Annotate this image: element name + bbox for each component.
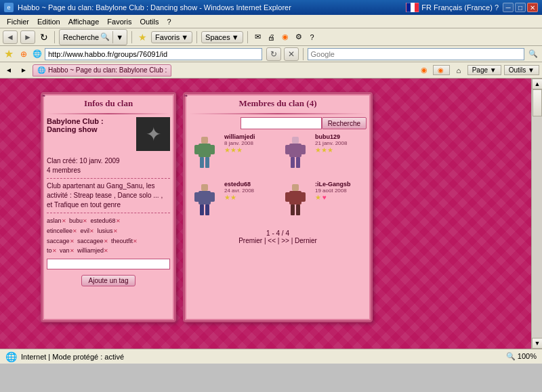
rss-button[interactable]: ◉ (433, 65, 450, 75)
close-button[interactable]: ✕ (527, 3, 538, 12)
tag-saccagee-remove[interactable]: ✕ (104, 238, 108, 244)
tag-bubu-remove[interactable]: ✕ (83, 218, 87, 224)
tags-divider (47, 213, 170, 213)
back-small-btn[interactable]: ◄ (3, 64, 15, 77)
toolbar-sep-4 (196, 31, 197, 43)
scroll-down[interactable]: ▼ (532, 338, 542, 349)
menu-fichier[interactable]: Fichier (3, 16, 33, 27)
page-label: Page (472, 66, 488, 74)
spaces-button[interactable]: Spaces ▼ (201, 31, 243, 43)
svg-rect-7 (289, 144, 301, 157)
member-search-input[interactable] (241, 117, 322, 129)
scrollbar[interactable]: ▲ ▼ (531, 79, 542, 349)
add-tag-button[interactable]: Ajoute un tag (81, 275, 136, 286)
scroll-up[interactable]: ▲ (532, 79, 542, 89)
tag-etincellee-remove[interactable]: ✕ (72, 228, 77, 234)
nav-first[interactable]: Premier (238, 237, 262, 244)
menu-affichage[interactable]: Affichage (64, 16, 104, 27)
forward-button[interactable]: ► (20, 30, 35, 44)
feed-toolbar-icon[interactable]: ◉ (418, 64, 430, 77)
feed-icon[interactable]: ◉ (279, 31, 291, 43)
favoris-button[interactable]: Favoris ▼ (151, 31, 192, 43)
address-input[interactable] (45, 48, 262, 60)
tag-evil: evil✕ (81, 227, 95, 234)
tag-williamjed-remove[interactable]: ✕ (104, 248, 108, 254)
nav-last[interactable]: Dernier (295, 237, 317, 244)
member-date-1: 21 janv. 2008 (315, 140, 347, 146)
tag-estedu68-remove[interactable]: ✕ (116, 218, 121, 224)
question-icon[interactable]: ? (495, 3, 499, 12)
zoom-indicator[interactable]: 🔍 100% (506, 352, 537, 361)
toolbar-sep-2 (112, 31, 113, 43)
page-button[interactable]: Page ▼ (467, 65, 501, 75)
member-info-estedu68: estedu68 24 avr. 2008 ★★ (224, 181, 254, 221)
refresh-addr-button[interactable]: ↻ (266, 47, 281, 61)
outils-label: Outils (509, 66, 526, 74)
menu-favoris[interactable]: Favoris (103, 16, 136, 27)
menu-edition[interactable]: Edition (33, 16, 64, 27)
tag-input-field[interactable] (47, 259, 170, 269)
nav-next[interactable]: >> (281, 237, 289, 244)
tag-evil-remove[interactable]: ✕ (89, 228, 94, 234)
toolbar-sep-1 (54, 31, 55, 43)
nav-prev[interactable]: << (268, 237, 277, 244)
member-avatar-williamjedi (189, 133, 220, 174)
mail-icon[interactable]: ✉ (252, 31, 264, 43)
stop-addr-button[interactable]: ✕ (284, 47, 299, 61)
member-date-3: 19 août 2008 (315, 188, 351, 194)
page-tab[interactable]: 🌐 Habbo ~ Page du clan: Babylone Club : (33, 64, 171, 77)
member-name-2[interactable]: estedu68 (224, 181, 254, 188)
rss-addr-icon[interactable]: ⊕ (18, 48, 30, 60)
ie-icon: e (4, 3, 14, 12)
google-search-icon[interactable]: 🔍 (527, 48, 539, 60)
tag-theoutfit-remove[interactable]: ✕ (133, 238, 138, 244)
member-name-0[interactable]: williamjedi (224, 133, 255, 140)
member-stars-0: ★★★ (224, 146, 255, 154)
member-avatar-bubu129 (280, 133, 311, 174)
tag-van-remove[interactable]: ✕ (70, 248, 75, 254)
refresh-button[interactable]: ↻ (38, 31, 50, 43)
back-button[interactable]: ◄ (3, 30, 18, 44)
settings-icon[interactable]: ⚙ (293, 31, 305, 43)
menu-outils[interactable]: Outils (136, 16, 163, 27)
clan-members-title: Membres du clan (4) (189, 98, 367, 109)
tag-saccage: saccage✕ (47, 238, 75, 244)
fav-star-icon[interactable]: ★ (3, 48, 15, 60)
clan-logo: ✦ (136, 117, 170, 151)
member-name-3[interactable]: :iLe-Gangsb (315, 181, 351, 188)
star-fav-icon[interactable]: ★ (136, 31, 148, 43)
member-name-1[interactable]: bubu129 (315, 133, 347, 140)
google-search-input[interactable] (308, 48, 525, 60)
tag-to-remove[interactable]: ✕ (52, 248, 57, 254)
minimize-button[interactable]: ─ (503, 3, 514, 12)
scroll-thumb[interactable] (533, 89, 542, 116)
search-dropdown-icon[interactable]: ▼ (116, 33, 123, 41)
forward-small-btn[interactable]: ► (18, 64, 30, 77)
spaces-label: Spaces (205, 33, 230, 41)
print-icon[interactable]: 🖨 (266, 31, 278, 43)
fr-label: FR Français (France) (421, 3, 493, 12)
ie-toolbar-icons: ✉ 🖨 ◉ ⚙ ? (252, 31, 318, 43)
member-row-3: estedu68 24 avr. 2008 ★★ (189, 181, 276, 221)
svg-rect-22 (291, 204, 295, 215)
panel-divider-top (47, 113, 170, 114)
tag-lusius-remove[interactable]: ✕ (113, 228, 118, 234)
question-help-icon[interactable]: ? (306, 31, 318, 43)
outils-button[interactable]: Outils ▼ (504, 65, 539, 75)
address-bar: ★ ⊕ 🌐 ↻ ✕ 🔍 (0, 46, 542, 62)
svg-rect-20 (285, 192, 291, 202)
tag-aslan-remove[interactable]: ✕ (62, 218, 66, 224)
favoris-label: Favoris (155, 33, 180, 41)
home-icon[interactable]: ⌂ (453, 64, 465, 77)
svg-rect-4 (200, 157, 204, 168)
menu-help[interactable]: ? (163, 16, 175, 27)
members-grid: williamjedi 8 janv. 2008 ★★★ (189, 133, 367, 224)
fr-flag: FR Français (France) ? (406, 3, 499, 12)
member-stars-1: ★★★ (315, 146, 347, 154)
recherche-button[interactable]: Recherche (322, 117, 367, 129)
maximize-button[interactable]: □ (515, 3, 526, 12)
svg-rect-5 (205, 157, 209, 168)
tag-saccage-remove[interactable]: ✕ (70, 238, 75, 244)
tag-etincellee: etincellee✕ (47, 227, 77, 234)
member-row-2: bubu129 21 janv. 2008 ★★★ (280, 133, 367, 174)
